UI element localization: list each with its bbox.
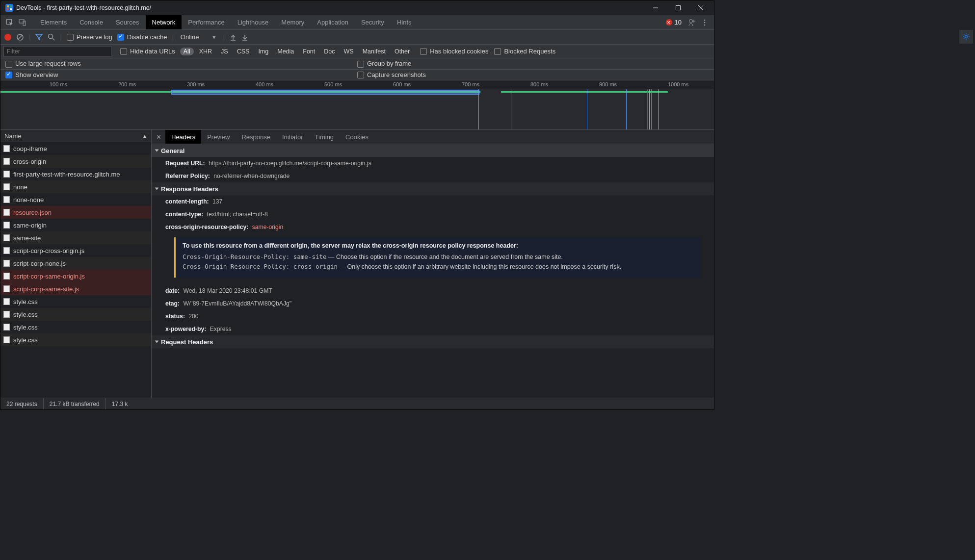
disable-cache-checkbox[interactable]: Disable cache bbox=[117, 33, 167, 41]
tab-security[interactable]: Security bbox=[355, 15, 391, 29]
settings-row-2: Show overview Capture screenshots bbox=[0, 70, 714, 81]
type-pill-other[interactable]: Other bbox=[391, 48, 413, 55]
large-rows-checkbox[interactable]: Use large request rows bbox=[5, 60, 81, 68]
tab-console[interactable]: Console bbox=[73, 15, 109, 29]
main-tabs: ElementsConsoleSourcesNetworkPerformance… bbox=[0, 15, 714, 30]
type-pill-ws[interactable]: WS bbox=[341, 48, 357, 55]
search-icon[interactable] bbox=[48, 33, 55, 41]
type-pill-font[interactable]: Font bbox=[299, 48, 318, 55]
request-row[interactable]: style.css bbox=[0, 295, 151, 308]
tab-sources[interactable]: Sources bbox=[109, 15, 146, 29]
tab-memory[interactable]: Memory bbox=[275, 15, 311, 29]
svg-rect-0 bbox=[5, 4, 13, 12]
type-pill-img[interactable]: Img bbox=[255, 48, 272, 55]
status-bar: 22 requests 21.7 kB transferred 17.3 k bbox=[0, 398, 714, 409]
subtab-response[interactable]: Response bbox=[236, 130, 276, 144]
request-row[interactable]: cross-origin bbox=[0, 155, 151, 168]
tab-network[interactable]: Network bbox=[146, 15, 182, 29]
name-column-header[interactable]: Name▲ bbox=[0, 129, 151, 142]
corp-value: same-origin bbox=[252, 224, 284, 230]
type-pill-xhr[interactable]: XHR bbox=[196, 48, 215, 55]
timeline-selection[interactable] bbox=[171, 90, 479, 95]
subtab-initiator[interactable]: Initiator bbox=[276, 130, 309, 144]
status-resources: 17.3 k bbox=[106, 398, 134, 409]
svg-rect-1 bbox=[7, 5, 9, 7]
subtab-cookies[interactable]: Cookies bbox=[340, 130, 374, 144]
close-button[interactable] bbox=[689, 0, 712, 15]
section-request-headers[interactable]: Request Headers bbox=[152, 335, 714, 348]
record-button[interactable] bbox=[4, 34, 11, 41]
device-icon[interactable] bbox=[16, 15, 29, 29]
issues-counter[interactable]: ✕10 bbox=[662, 15, 685, 29]
clear-button[interactable] bbox=[16, 33, 24, 41]
group-by-frame-checkbox[interactable]: Group by frame bbox=[357, 60, 411, 68]
timeline[interactable]: 100 ms200 ms300 ms400 ms500 ms600 ms700 … bbox=[0, 80, 714, 129]
status-transferred: 21.7 kB transferred bbox=[44, 398, 106, 409]
filter-input[interactable] bbox=[3, 46, 111, 57]
type-pill-media[interactable]: Media bbox=[274, 48, 297, 55]
type-pill-css[interactable]: CSS bbox=[234, 48, 253, 55]
type-pill-all[interactable]: All bbox=[180, 48, 194, 55]
subtab-timing[interactable]: Timing bbox=[309, 130, 340, 144]
request-row[interactable]: style.css bbox=[0, 333, 151, 346]
filter-row: Hide data URLs AllXHRJSCSSImgMediaFontDo… bbox=[0, 45, 714, 58]
maximize-button[interactable] bbox=[667, 0, 689, 15]
request-row[interactable]: script-corp-cross-origin.js bbox=[0, 244, 151, 257]
error-icon: ✕ bbox=[666, 19, 672, 25]
capture-screenshots-checkbox[interactable]: Capture screenshots bbox=[357, 71, 426, 79]
upload-har-icon[interactable] bbox=[230, 34, 237, 41]
tab-performance[interactable]: Performance bbox=[182, 15, 231, 29]
request-row[interactable]: same-site bbox=[0, 231, 151, 244]
blocked-requests-checkbox[interactable]: Blocked Requests bbox=[494, 48, 555, 55]
request-row[interactable]: first-party-test-with-resource.glitch.me bbox=[0, 168, 151, 180]
preserve-log-checkbox[interactable]: Preserve log bbox=[67, 33, 112, 41]
filter-icon[interactable] bbox=[35, 33, 43, 41]
show-overview-checkbox[interactable]: Show overview bbox=[5, 71, 58, 79]
settings-row-1: Use large request rows Group by frame bbox=[0, 58, 714, 70]
request-row[interactable]: none-none bbox=[0, 193, 151, 206]
request-row[interactable]: none bbox=[0, 180, 151, 193]
download-har-icon[interactable] bbox=[241, 34, 248, 41]
hide-data-urls-checkbox[interactable]: Hide data URLs bbox=[120, 48, 175, 55]
type-pill-js[interactable]: JS bbox=[217, 48, 232, 55]
request-row[interactable]: style.css bbox=[0, 321, 151, 333]
file-icon bbox=[3, 209, 10, 216]
request-row[interactable]: resource.json bbox=[0, 206, 151, 219]
file-icon bbox=[3, 222, 10, 229]
subtab-headers[interactable]: Headers bbox=[165, 130, 201, 144]
settings-gear-icon[interactable] bbox=[959, 30, 973, 44]
sort-asc-icon: ▲ bbox=[142, 133, 147, 139]
more-icon[interactable] bbox=[698, 15, 711, 29]
file-icon bbox=[3, 260, 10, 267]
request-row[interactable]: script-corp-none.js bbox=[0, 257, 151, 270]
minimize-button[interactable] bbox=[644, 0, 667, 15]
tab-application[interactable]: Application bbox=[311, 15, 355, 29]
svg-point-12 bbox=[689, 19, 693, 23]
type-pill-doc[interactable]: Doc bbox=[320, 48, 338, 55]
request-row[interactable]: script-corp-same-site.js bbox=[0, 282, 151, 295]
file-icon bbox=[3, 171, 10, 178]
has-blocked-cookies-checkbox[interactable]: Has blocked cookies bbox=[420, 48, 488, 55]
svg-line-21 bbox=[53, 38, 54, 40]
timeline-overview[interactable] bbox=[0, 89, 714, 129]
file-icon bbox=[3, 298, 10, 305]
request-row[interactable]: script-corp-same-origin.js bbox=[0, 270, 151, 282]
tab-hints[interactable]: Hints bbox=[391, 15, 418, 29]
request-row[interactable]: style.css bbox=[0, 308, 151, 321]
request-row[interactable]: same-origin bbox=[0, 219, 151, 231]
throttle-select[interactable]: Online▾ bbox=[179, 33, 218, 41]
svg-point-20 bbox=[49, 34, 53, 39]
window-title: DevTools - first-party-test-with-resourc… bbox=[16, 4, 644, 11]
subtab-preview[interactable]: Preview bbox=[201, 130, 236, 144]
inspect-icon[interactable] bbox=[3, 15, 16, 29]
tab-lighthouse[interactable]: Lighthouse bbox=[231, 15, 275, 29]
file-icon bbox=[3, 247, 10, 254]
type-pill-manifest[interactable]: Manifest bbox=[359, 48, 389, 55]
section-response-headers[interactable]: Response Headers bbox=[152, 182, 714, 195]
tab-elements[interactable]: Elements bbox=[34, 15, 73, 29]
close-panel-button[interactable]: ✕ bbox=[152, 130, 165, 144]
svg-point-24 bbox=[965, 36, 968, 38]
whatsnew-icon[interactable] bbox=[685, 15, 698, 29]
section-general[interactable]: General bbox=[152, 144, 714, 157]
request-row[interactable]: coop-iframe bbox=[0, 142, 151, 155]
